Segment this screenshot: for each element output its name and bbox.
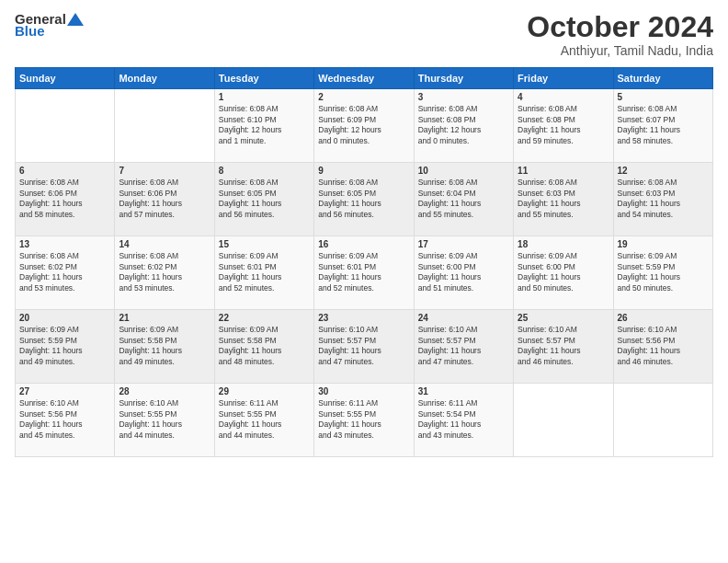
month-title: October 2024	[527, 11, 713, 43]
calendar-table: SundayMondayTuesdayWednesdayThursdayFrid…	[15, 67, 713, 457]
day-number: 4	[518, 92, 609, 102]
day-number: 25	[518, 313, 609, 323]
day-header-monday: Monday	[115, 68, 214, 89]
day-info: Sunrise: 6:11 AM Sunset: 5:55 PM Dayligh…	[219, 398, 310, 441]
day-cell: 7Sunrise: 6:08 AM Sunset: 6:06 PM Daylig…	[115, 163, 214, 236]
day-cell: 30Sunrise: 6:11 AM Sunset: 5:55 PM Dayli…	[314, 384, 414, 457]
day-number: 17	[418, 239, 509, 249]
day-info: Sunrise: 6:10 AM Sunset: 5:56 PM Dayligh…	[19, 398, 110, 441]
day-info: Sunrise: 6:08 AM Sunset: 6:05 PM Dayligh…	[318, 178, 409, 220]
day-cell: 11Sunrise: 6:08 AM Sunset: 6:03 PM Dayli…	[514, 163, 613, 236]
day-cell: 21Sunrise: 6:09 AM Sunset: 5:58 PM Dayli…	[115, 310, 214, 384]
day-info: Sunrise: 6:08 AM Sunset: 6:04 PM Dayligh…	[418, 178, 509, 220]
day-cell: 24Sunrise: 6:10 AM Sunset: 5:57 PM Dayli…	[414, 310, 513, 384]
day-cell	[16, 89, 115, 163]
day-info: Sunrise: 6:10 AM Sunset: 5:57 PM Dayligh…	[518, 325, 609, 367]
day-number: 8	[219, 166, 310, 176]
day-info: Sunrise: 6:08 AM Sunset: 6:06 PM Dayligh…	[19, 178, 110, 220]
day-cell: 17Sunrise: 6:09 AM Sunset: 6:00 PM Dayli…	[414, 236, 513, 310]
day-cell: 23Sunrise: 6:10 AM Sunset: 5:57 PM Dayli…	[314, 310, 414, 384]
svg-marker-0	[67, 13, 84, 26]
day-cell: 15Sunrise: 6:09 AM Sunset: 6:01 PM Dayli…	[214, 236, 313, 310]
day-number: 26	[618, 313, 709, 323]
day-cell: 3Sunrise: 6:08 AM Sunset: 6:08 PM Daylig…	[414, 89, 513, 163]
day-number: 12	[618, 166, 709, 176]
day-info: Sunrise: 6:08 AM Sunset: 6:03 PM Dayligh…	[518, 178, 609, 220]
day-info: Sunrise: 6:10 AM Sunset: 5:56 PM Dayligh…	[618, 325, 709, 367]
day-number: 5	[618, 92, 709, 102]
week-row-1: 1Sunrise: 6:08 AM Sunset: 6:10 PM Daylig…	[16, 89, 713, 163]
day-info: Sunrise: 6:11 AM Sunset: 5:54 PM Dayligh…	[418, 398, 509, 441]
day-number: 19	[618, 239, 709, 249]
day-cell: 25Sunrise: 6:10 AM Sunset: 5:57 PM Dayli…	[514, 310, 613, 384]
day-info: Sunrise: 6:08 AM Sunset: 6:07 PM Dayligh…	[618, 104, 709, 146]
day-info: Sunrise: 6:09 AM Sunset: 6:00 PM Dayligh…	[518, 251, 609, 293]
day-cell: 9Sunrise: 6:08 AM Sunset: 6:05 PM Daylig…	[314, 163, 414, 236]
day-header-sunday: Sunday	[16, 68, 115, 89]
day-cell: 26Sunrise: 6:10 AM Sunset: 5:56 PM Dayli…	[613, 310, 712, 384]
day-info: Sunrise: 6:09 AM Sunset: 5:58 PM Dayligh…	[219, 325, 310, 367]
day-cell: 10Sunrise: 6:08 AM Sunset: 6:04 PM Dayli…	[414, 163, 513, 236]
day-cell: 19Sunrise: 6:09 AM Sunset: 5:59 PM Dayli…	[613, 236, 712, 310]
day-number: 1	[219, 92, 310, 102]
day-info: Sunrise: 6:08 AM Sunset: 6:09 PM Dayligh…	[318, 104, 409, 146]
day-number: 29	[219, 386, 310, 396]
day-info: Sunrise: 6:10 AM Sunset: 5:55 PM Dayligh…	[119, 398, 210, 441]
day-cell	[613, 384, 712, 457]
day-info: Sunrise: 6:09 AM Sunset: 6:00 PM Dayligh…	[418, 251, 509, 293]
day-number: 16	[318, 239, 409, 249]
day-cell: 22Sunrise: 6:09 AM Sunset: 5:58 PM Dayli…	[214, 310, 313, 384]
week-row-3: 13Sunrise: 6:08 AM Sunset: 6:02 PM Dayli…	[16, 236, 713, 310]
day-info: Sunrise: 6:09 AM Sunset: 5:59 PM Dayligh…	[618, 251, 709, 293]
day-info: Sunrise: 6:10 AM Sunset: 5:57 PM Dayligh…	[318, 325, 409, 367]
day-number: 18	[518, 239, 609, 249]
logo-blue: Blue	[15, 23, 45, 39]
day-header-wednesday: Wednesday	[314, 68, 414, 89]
day-info: Sunrise: 6:08 AM Sunset: 6:02 PM Dayligh…	[119, 251, 210, 293]
day-info: Sunrise: 6:08 AM Sunset: 6:06 PM Dayligh…	[119, 178, 210, 220]
day-number: 7	[119, 166, 210, 176]
day-number: 11	[518, 166, 609, 176]
day-cell: 4Sunrise: 6:08 AM Sunset: 6:08 PM Daylig…	[514, 89, 613, 163]
day-cell: 31Sunrise: 6:11 AM Sunset: 5:54 PM Dayli…	[414, 384, 513, 457]
day-number: 28	[119, 386, 210, 396]
day-info: Sunrise: 6:10 AM Sunset: 5:57 PM Dayligh…	[418, 325, 509, 367]
day-number: 23	[318, 313, 409, 323]
day-cell: 1Sunrise: 6:08 AM Sunset: 6:10 PM Daylig…	[214, 89, 313, 163]
logo-icon	[67, 13, 84, 26]
day-info: Sunrise: 6:09 AM Sunset: 5:59 PM Dayligh…	[19, 325, 110, 367]
day-info: Sunrise: 6:08 AM Sunset: 6:08 PM Dayligh…	[418, 104, 509, 146]
header-row: SundayMondayTuesdayWednesdayThursdayFrid…	[16, 68, 713, 89]
day-info: Sunrise: 6:09 AM Sunset: 6:01 PM Dayligh…	[219, 251, 310, 293]
day-number: 15	[219, 239, 310, 249]
day-number: 24	[418, 313, 509, 323]
day-info: Sunrise: 6:09 AM Sunset: 5:58 PM Dayligh…	[119, 325, 210, 367]
day-number: 22	[219, 313, 310, 323]
day-cell: 14Sunrise: 6:08 AM Sunset: 6:02 PM Dayli…	[115, 236, 214, 310]
day-number: 21	[119, 313, 210, 323]
day-number: 3	[418, 92, 509, 102]
day-cell: 16Sunrise: 6:09 AM Sunset: 6:01 PM Dayli…	[314, 236, 414, 310]
day-cell	[514, 384, 613, 457]
week-row-2: 6Sunrise: 6:08 AM Sunset: 6:06 PM Daylig…	[16, 163, 713, 236]
day-info: Sunrise: 6:11 AM Sunset: 5:55 PM Dayligh…	[318, 398, 409, 441]
day-number: 27	[19, 386, 110, 396]
location-title: Anthiyur, Tamil Nadu, India	[527, 43, 713, 58]
day-header-saturday: Saturday	[613, 68, 712, 89]
day-cell: 8Sunrise: 6:08 AM Sunset: 6:05 PM Daylig…	[214, 163, 313, 236]
day-number: 10	[418, 166, 509, 176]
day-cell: 6Sunrise: 6:08 AM Sunset: 6:06 PM Daylig…	[16, 163, 115, 236]
logo: General Blue	[15, 11, 84, 39]
day-info: Sunrise: 6:08 AM Sunset: 6:10 PM Dayligh…	[219, 104, 310, 146]
day-cell: 28Sunrise: 6:10 AM Sunset: 5:55 PM Dayli…	[115, 384, 214, 457]
day-number: 20	[19, 313, 110, 323]
day-cell: 5Sunrise: 6:08 AM Sunset: 6:07 PM Daylig…	[613, 89, 712, 163]
day-cell: 12Sunrise: 6:08 AM Sunset: 6:03 PM Dayli…	[613, 163, 712, 236]
day-header-tuesday: Tuesday	[214, 68, 313, 89]
day-cell: 27Sunrise: 6:10 AM Sunset: 5:56 PM Dayli…	[16, 384, 115, 457]
day-number: 2	[318, 92, 409, 102]
day-header-friday: Friday	[514, 68, 613, 89]
day-info: Sunrise: 6:08 AM Sunset: 6:08 PM Dayligh…	[518, 104, 609, 146]
day-number: 30	[318, 386, 409, 396]
header: General Blue October 2024 Anthiyur, Tami…	[15, 11, 713, 58]
